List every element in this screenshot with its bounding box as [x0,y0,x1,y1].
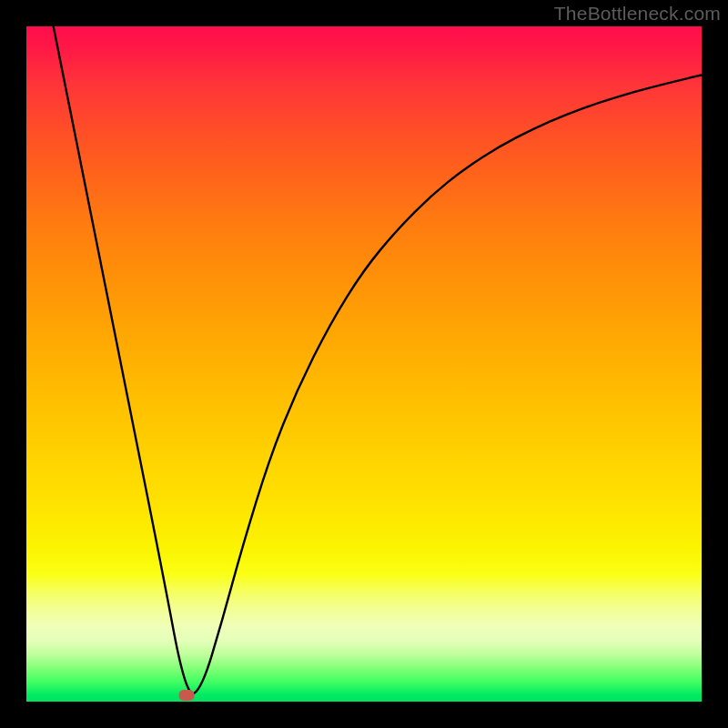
chart-frame: TheBottleneck.com [0,0,728,728]
plot-area [26,26,702,702]
optimum-marker [178,690,194,701]
bottleneck-curve [26,26,702,702]
watermark-text: TheBottleneck.com [554,3,721,25]
